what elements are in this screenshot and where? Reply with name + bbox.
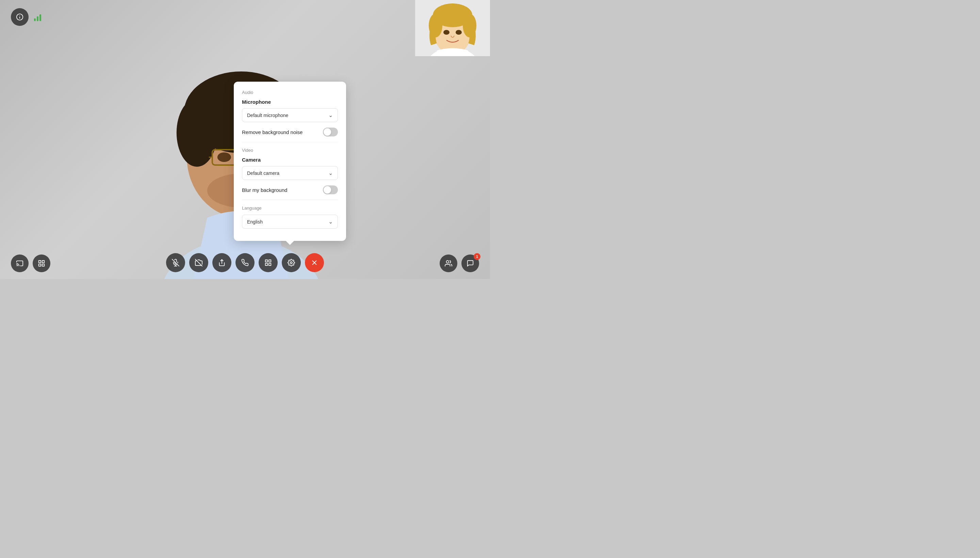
settings-icon: [287, 259, 295, 266]
self-view-video: [415, 0, 490, 56]
microphone-icon: [172, 259, 179, 266]
self-view-panel: [415, 0, 490, 56]
microphone-chevron-icon: ⌄: [328, 112, 333, 118]
svg-point-4: [177, 98, 217, 167]
signal-strength-icon: [34, 13, 41, 21]
remove-noise-toggle[interactable]: [323, 128, 338, 136]
grid-icon: [264, 259, 272, 266]
svg-point-11: [217, 153, 231, 162]
top-left-controls: [11, 8, 41, 26]
svg-rect-39: [269, 263, 271, 265]
camera-button[interactable]: [189, 253, 208, 272]
video-section-title: Video: [242, 148, 338, 153]
settings-button[interactable]: [282, 253, 301, 272]
video-language-divider: [242, 200, 338, 200]
svg-point-40: [290, 262, 292, 264]
svg-point-25: [456, 30, 462, 35]
phone-button[interactable]: [235, 253, 254, 272]
svg-line-34: [195, 259, 202, 266]
remove-noise-label: Remove background noise: [242, 129, 302, 135]
chat-notification-badge: 1: [474, 253, 481, 260]
language-dropdown[interactable]: English ⌄: [242, 215, 338, 229]
chat-icon: [466, 259, 474, 267]
blur-background-label: Blur my background: [242, 187, 287, 193]
camera-icon: [195, 259, 202, 266]
language-section-title: Language: [242, 205, 338, 211]
audio-video-divider: [242, 142, 338, 142]
camera-chevron-icon: ⌄: [328, 170, 333, 176]
blur-background-knob: [323, 186, 331, 194]
bottom-toolbar: [0, 253, 490, 272]
info-button[interactable]: [11, 8, 29, 26]
svg-rect-36: [266, 260, 268, 262]
signal-bar-1: [34, 18, 36, 21]
blur-background-row: Blur my background: [242, 185, 338, 194]
signal-bar-2: [37, 16, 38, 21]
camera-dropdown[interactable]: Default camera ⌄: [242, 166, 338, 180]
remove-noise-row: Remove background noise: [242, 128, 338, 136]
svg-rect-38: [266, 263, 268, 265]
self-view-person-svg: [415, 0, 490, 56]
svg-point-24: [443, 30, 450, 35]
end-call-button[interactable]: [305, 253, 324, 272]
participants-button[interactable]: [440, 254, 457, 272]
end-call-icon: [311, 259, 318, 266]
microphone-label: Microphone: [242, 99, 338, 105]
share-icon: [218, 259, 226, 266]
bottom-right-controls: 1: [440, 254, 479, 272]
signal-bar-3: [39, 14, 41, 21]
blur-background-toggle[interactable]: [323, 185, 338, 194]
audio-section-title: Audio: [242, 90, 338, 95]
grid-button[interactable]: [259, 253, 277, 272]
share-button[interactable]: [212, 253, 231, 272]
remove-noise-knob: [323, 128, 331, 136]
participants-icon: [445, 259, 452, 267]
phone-icon: [241, 259, 249, 266]
mute-button[interactable]: [166, 253, 185, 272]
settings-panel: Audio Microphone Default microphone ⌄ Re…: [234, 82, 346, 241]
microphone-value: Default microphone: [247, 113, 288, 118]
camera-value: Default camera: [247, 171, 279, 176]
info-icon: [16, 13, 23, 21]
language-value: English: [247, 219, 263, 225]
chat-button-wrapper: 1: [461, 254, 479, 272]
language-chevron-icon: ⌄: [328, 218, 333, 225]
svg-point-43: [446, 261, 449, 263]
microphone-dropdown[interactable]: Default microphone ⌄: [242, 108, 338, 122]
camera-label: Camera: [242, 157, 338, 162]
svg-rect-37: [269, 260, 271, 262]
